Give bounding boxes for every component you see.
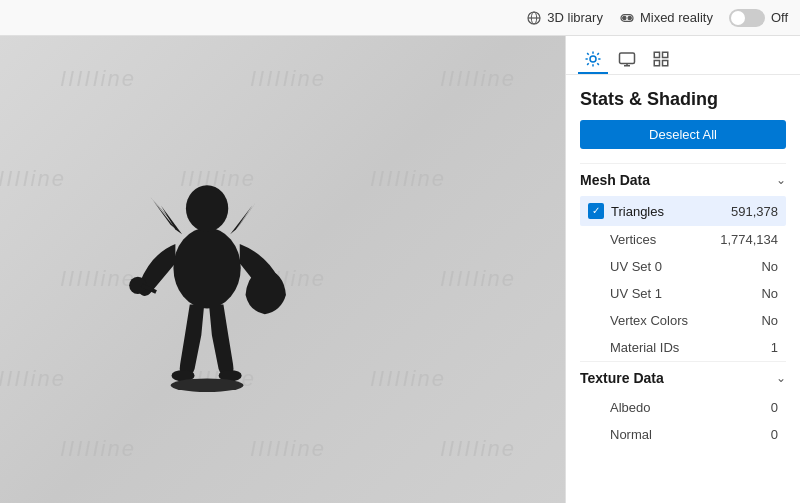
- texture-data-section-header[interactable]: Texture Data ⌄: [580, 361, 786, 394]
- library-button[interactable]: 3D library: [526, 10, 603, 26]
- material-ids-label: Material IDs: [610, 340, 679, 355]
- panel-title: Stats & Shading: [580, 89, 786, 110]
- watermark: IIIIIine: [440, 66, 516, 92]
- toggle-label: Off: [771, 10, 788, 25]
- triangles-checkbox[interactable]: [588, 203, 604, 219]
- svg-point-5: [173, 227, 240, 308]
- triangles-label: Triangles: [611, 204, 664, 219]
- svg-point-6: [186, 185, 228, 231]
- svg-line-23: [597, 63, 599, 65]
- svg-marker-11: [236, 200, 257, 229]
- vertex-colors-value: No: [761, 313, 778, 328]
- svg-point-3: [623, 16, 626, 19]
- svg-marker-10: [230, 205, 252, 234]
- uvset1-row: UV Set 1 No: [580, 280, 786, 307]
- svg-line-24: [587, 63, 589, 65]
- svg-rect-29: [654, 52, 659, 57]
- panel-content: Stats & Shading Deselect All Mesh Data ⌄…: [566, 75, 800, 448]
- svg-rect-30: [663, 52, 668, 57]
- albedo-value: 0: [771, 400, 778, 415]
- vertices-value: 1,774,134: [720, 232, 778, 247]
- material-ids-row: Material IDs 1: [580, 334, 786, 361]
- svg-rect-31: [654, 61, 659, 66]
- main-layout: IIIIIine IIIIIine IIIIIine IIIIIine IIII…: [0, 36, 800, 503]
- triangles-value: 591,378: [731, 204, 778, 219]
- uvset0-label: UV Set 0: [610, 259, 662, 274]
- tab-grid[interactable]: [646, 46, 676, 74]
- normal-label: Normal: [610, 427, 652, 442]
- watermark: IIIIIine: [440, 436, 516, 462]
- mesh-data-title: Mesh Data: [580, 172, 650, 188]
- svg-line-22: [587, 53, 589, 55]
- watermark: IIIIIine: [0, 166, 66, 192]
- texture-sub-rows: Albedo 0 Normal 0: [580, 394, 786, 448]
- texture-data-chevron: ⌄: [776, 371, 786, 385]
- toggle-container: Off: [729, 9, 788, 27]
- uvset1-value: No: [761, 286, 778, 301]
- panel-tabs: [566, 36, 800, 75]
- mesh-sub-rows: Vertices 1,774,134 UV Set 0 No UV Set 1 …: [580, 226, 786, 361]
- watermark: IIIIIine: [250, 436, 326, 462]
- triangles-row[interactable]: Triangles 591,378: [580, 196, 786, 226]
- normal-value: 0: [771, 427, 778, 442]
- albedo-label: Albedo: [610, 400, 650, 415]
- svg-marker-9: [149, 195, 172, 221]
- mesh-data-chevron: ⌄: [776, 173, 786, 187]
- uvset0-row: UV Set 0 No: [580, 253, 786, 280]
- svg-rect-26: [620, 53, 635, 64]
- tab-display[interactable]: [612, 46, 642, 74]
- vertices-label: Vertices: [610, 232, 656, 247]
- toggle-knob: [731, 11, 745, 25]
- library-label: 3D library: [547, 10, 603, 25]
- svg-line-25: [597, 53, 599, 55]
- watermark: IIIIIine: [440, 266, 516, 292]
- topbar: 3D library Mixed reality Off: [0, 0, 800, 36]
- watermark: IIIIIine: [250, 66, 326, 92]
- svg-rect-32: [663, 61, 668, 66]
- material-ids-value: 1: [771, 340, 778, 355]
- watermark: IIIIIine: [60, 436, 136, 462]
- normal-row: Normal 0: [580, 421, 786, 448]
- svg-point-16: [171, 378, 244, 391]
- albedo-row: Albedo 0: [580, 394, 786, 421]
- svg-point-17: [590, 56, 596, 62]
- watermark: IIIIIine: [370, 366, 446, 392]
- svg-point-4: [628, 16, 631, 19]
- uvset1-label: UV Set 1: [610, 286, 662, 301]
- texture-data-title: Texture Data: [580, 370, 664, 386]
- vertex-colors-row: Vertex Colors No: [580, 307, 786, 334]
- mesh-data-section-header[interactable]: Mesh Data ⌄: [580, 163, 786, 196]
- mixed-reality-label: Mixed reality: [640, 10, 713, 25]
- toggle-switch[interactable]: [729, 9, 765, 27]
- triangles-row-left: Triangles: [588, 203, 664, 219]
- tab-sun[interactable]: [578, 46, 608, 74]
- svg-marker-7: [161, 205, 182, 234]
- uvset0-value: No: [761, 259, 778, 274]
- 3d-figure: [119, 143, 299, 397]
- watermark: IIIIIine: [370, 166, 446, 192]
- watermark: IIIIIine: [0, 366, 66, 392]
- mixed-reality-button[interactable]: Mixed reality: [619, 10, 713, 26]
- vertices-row: Vertices 1,774,134: [580, 226, 786, 253]
- viewport[interactable]: IIIIIine IIIIIine IIIIIine IIIIIine IIII…: [0, 36, 565, 503]
- watermark: IIIIIine: [60, 66, 136, 92]
- vertex-colors-label: Vertex Colors: [610, 313, 688, 328]
- deselect-all-button[interactable]: Deselect All: [580, 120, 786, 149]
- right-panel: Stats & Shading Deselect All Mesh Data ⌄…: [565, 36, 800, 503]
